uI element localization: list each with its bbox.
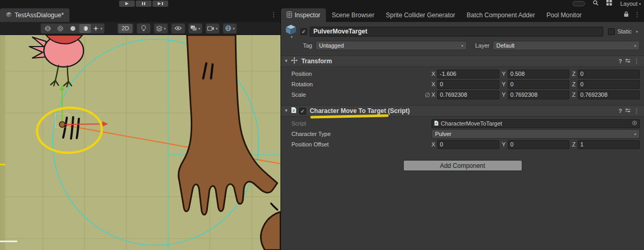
rotation-x-field[interactable]: 0: [437, 80, 499, 89]
script-object-field[interactable]: # CharacterMoveToTarget: [431, 119, 640, 128]
foldout-icon[interactable]: ▼: [284, 59, 288, 63]
presets-icon[interactable]: [625, 107, 631, 115]
position-offset-row: Position Offset X0 Y0 Z1: [281, 139, 644, 150]
inspector-body: ▾ ✓ PulverMoveTarget Static ▾ Tag Untagg…: [281, 22, 644, 250]
tab-pool-monitor[interactable]: Pool Monitor: [541, 8, 587, 22]
mode-2d-group: 2D: [118, 24, 133, 33]
scene-toolbar: ▾ 2D ▾ ▾ ▾ ▾: [0, 22, 280, 35]
pause-button[interactable]: [136, 1, 151, 7]
effects-dropdown[interactable]: ▾: [155, 24, 167, 33]
camera-dropdown[interactable]: ▾: [207, 24, 218, 33]
search-icon[interactable]: [593, 0, 599, 7]
presets-icon[interactable]: [625, 58, 631, 65]
foldout-icon[interactable]: ▼: [284, 109, 288, 113]
check-icon: ✓: [300, 108, 305, 114]
offset-y-field[interactable]: 0: [508, 140, 569, 149]
object-picker-icon[interactable]: [632, 120, 637, 127]
sphere-ring-icon[interactable]: [54, 24, 66, 33]
check-icon: ✓: [301, 29, 306, 35]
character-type-dropdown[interactable]: Pulver▾: [431, 129, 640, 139]
axis-y-label: Y: [502, 92, 506, 98]
rotation-y-field[interactable]: 0: [508, 80, 569, 89]
chevron-down-icon: ▾: [291, 35, 293, 39]
sphere-wire-icon[interactable]: [42, 24, 53, 33]
chevron-down-icon: ▾: [100, 27, 102, 30]
component-enabled-checkbox[interactable]: ✓: [299, 108, 306, 115]
offset-x-field[interactable]: 0: [437, 140, 499, 149]
axis-y-label: Y: [502, 141, 506, 147]
chevron-down-icon: ▾: [164, 27, 166, 30]
chevron-down-icon: ▾: [233, 27, 235, 30]
tab-sprite-collider-generator[interactable]: Sprite Collider Generator: [380, 8, 461, 22]
position-x-field[interactable]: -1.606: [437, 70, 499, 78]
topbar-right: Layout▾: [572, 1, 641, 7]
tab-batch-component-adder[interactable]: Batch Component Adder: [461, 8, 541, 22]
transform-title: Transform: [301, 58, 332, 65]
axis-z-label: Z: [572, 71, 576, 77]
chevron-down-icon: ▾: [639, 2, 641, 6]
transform-header[interactable]: ▼ Transform ? ⋮: [281, 55, 644, 67]
script-label: Script: [291, 120, 423, 127]
scene-viewport[interactable]: [0, 35, 280, 250]
static-checkbox[interactable]: [608, 28, 615, 35]
tab-label: Inspector: [295, 12, 320, 19]
layers-dropdown[interactable]: ▾: [190, 24, 201, 33]
script-component-title: Character Move To Target (Script): [310, 107, 410, 115]
axis-z-label: Z: [572, 81, 576, 87]
play-icon: ▶: [125, 2, 128, 6]
scale-z-field[interactable]: 0.7692308: [578, 90, 640, 99]
gizmos-dropdown[interactable]: ▾: [224, 24, 236, 33]
layer-label: Layer: [475, 42, 490, 49]
active-checkbox[interactable]: ✓: [300, 28, 307, 35]
script-icon: #: [291, 107, 297, 115]
lock-icon[interactable]: [624, 11, 629, 19]
scene-canvas: [0, 35, 280, 250]
sphere-filled-icon[interactable]: [67, 24, 78, 33]
character-type-label: Character Type: [291, 131, 423, 137]
scene-tabbar: TestAssDialogue* ⋮: [0, 7, 280, 22]
component-kebab-icon[interactable]: ⋮: [634, 58, 640, 64]
rotation-z-field[interactable]: 0: [578, 80, 640, 89]
tab-scene[interactable]: TestAssDialogue*: [0, 8, 69, 22]
character-type-row: Character Type Pulver▾: [281, 129, 644, 139]
script-component-header[interactable]: ▼ # ✓ Character Move To Target (Script) …: [281, 105, 644, 117]
gameobject-header: ▾ ✓ PulverMoveTarget Static ▾: [281, 24, 644, 39]
chevron-down-icon: ▾: [198, 27, 201, 30]
position-y-field[interactable]: 0.508: [508, 70, 569, 78]
gameobject-icon[interactable]: ▾: [284, 24, 298, 39]
axis-z-label: Z: [572, 141, 576, 147]
flare-dropdown[interactable]: ▾: [92, 24, 103, 33]
sphere-shaded-icon[interactable]: [79, 24, 91, 33]
add-component-button[interactable]: Add Component: [403, 160, 522, 171]
layout-dropdown[interactable]: Layout▾: [620, 1, 641, 7]
toggle-2d-button[interactable]: 2D: [119, 24, 132, 33]
tag-dropdown[interactable]: Untagged▾: [315, 41, 467, 50]
position-row: Position X-1.606 Y0.508 Z0: [281, 69, 644, 79]
scale-y-field[interactable]: 0.7692308: [508, 90, 569, 99]
help-icon[interactable]: ?: [618, 108, 622, 114]
position-z-field[interactable]: 0: [578, 70, 640, 78]
layer-dropdown[interactable]: Default▾: [493, 41, 640, 50]
step-button[interactable]: ▶: [153, 1, 168, 7]
target-object-dot: [60, 122, 65, 128]
scale-constrain-icon[interactable]: [423, 92, 431, 98]
transform-icon: [291, 57, 298, 65]
help-icon[interactable]: ?: [618, 59, 622, 64]
play-button[interactable]: ▶: [119, 1, 135, 7]
position-offset-label: Position Offset: [291, 141, 423, 147]
chevron-down-icon: ▾: [634, 132, 636, 136]
scale-x-field[interactable]: 0.7692308: [437, 90, 499, 99]
scene-menu-kebab-icon[interactable]: ⋮: [271, 12, 277, 18]
scene-pane: TestAssDialogue* ⋮ ▾ 2D ▾ ▾ ▾ ▾: [0, 7, 280, 250]
inspector-menu-kebab-icon[interactable]: ⋮: [634, 12, 640, 18]
chevron-down-icon[interactable]: ▾: [636, 30, 638, 33]
grid-icon[interactable]: [606, 0, 612, 7]
visibility-eye-icon[interactable]: [172, 24, 184, 33]
tab-inspector[interactable]: Inspector: [281, 8, 326, 22]
scene-light-icon[interactable]: [138, 24, 149, 33]
component-kebab-icon[interactable]: ⋮: [634, 108, 640, 114]
account-button[interactable]: [572, 1, 585, 6]
tab-scene-browser[interactable]: Scene Browser: [326, 8, 380, 22]
offset-z-field[interactable]: 1: [578, 140, 640, 149]
gameobject-name-field[interactable]: PulverMoveTarget: [310, 27, 603, 37]
